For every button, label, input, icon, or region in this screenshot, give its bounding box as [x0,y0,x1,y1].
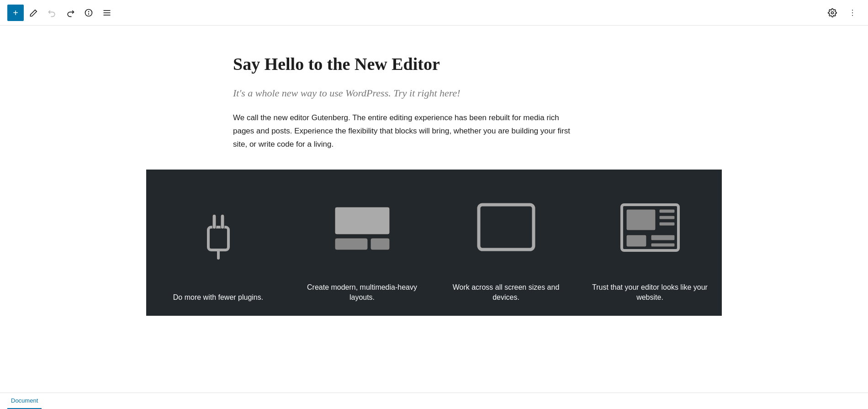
card-responsive-label: Work across all screen sizes and devices… [445,282,567,303]
svg-rect-16 [370,238,390,250]
svg-rect-23 [626,235,646,247]
layout-icon [330,203,394,254]
card-plugins: Do more with fewer plugins. [146,170,290,316]
post-title[interactable]: Say Hello to the New Editor [233,53,635,75]
info-icon [84,8,93,17]
svg-rect-22 [659,222,675,226]
pencil-icon [29,8,38,17]
card-editor-label: Trust that your editor looks like your w… [589,282,711,303]
svg-rect-10 [208,227,228,250]
svg-rect-12 [221,214,224,229]
svg-rect-19 [626,209,656,230]
svg-point-7 [852,10,853,11]
svg-point-0 [85,9,92,16]
card-editor: Trust that your editor looks like your w… [578,170,722,316]
toolbar: + [0,0,868,26]
info-button[interactable] [80,5,97,21]
gear-icon [828,8,837,17]
cards-grid: Do more with fewer plugins. Create moder… [146,170,722,316]
svg-rect-17 [479,205,534,250]
list-icon [102,8,111,17]
svg-point-9 [852,15,853,16]
card-layouts-icon-area [301,184,423,282]
editor-area: Say Hello to the New Editor It's a whole… [0,26,868,352]
card-responsive: Work across all screen sizes and devices… [434,170,578,316]
toolbar-left: + [7,5,824,21]
card-layouts: Create modern, multimedia-heavy layouts. [290,170,434,316]
undo-icon [48,8,57,17]
document-tab[interactable]: Document [7,393,42,409]
redo-icon [66,8,75,17]
card-layouts-label: Create modern, multimedia-heavy layouts. [301,282,423,303]
list-view-button[interactable] [99,5,115,21]
card-editor-icon-area [589,184,711,282]
post-body[interactable]: We call the new editor Gutenberg. The en… [233,112,580,151]
svg-point-8 [852,12,853,13]
post-subtitle[interactable]: It's a whole new way to use WordPress. T… [233,86,635,101]
card-plugins-icon-area [157,184,279,293]
content-wrapper: Say Hello to the New Editor It's a whole… [215,53,653,170]
svg-rect-25 [651,243,675,247]
svg-rect-21 [659,216,675,219]
svg-point-6 [831,11,834,14]
card-responsive-icon-area [445,184,567,282]
svg-rect-14 [335,207,390,234]
svg-rect-24 [651,235,675,240]
responsive-icon [474,201,538,256]
svg-rect-15 [335,238,368,250]
tools-button[interactable] [26,5,42,21]
card-plugins-label: Do more with fewer plugins. [173,292,263,303]
toolbar-right [824,5,861,21]
settings-button[interactable] [824,5,841,21]
status-bar: Document [0,393,868,409]
more-vertical-icon [848,8,857,17]
redo-button[interactable] [62,5,79,21]
svg-rect-11 [212,214,216,229]
svg-rect-20 [659,209,675,213]
undo-button[interactable] [44,5,60,21]
plus-icon: + [13,8,18,17]
plug-icon [191,204,246,264]
newspaper-icon [618,201,682,256]
more-options-button[interactable] [844,5,861,21]
add-block-button[interactable]: + [7,5,24,21]
